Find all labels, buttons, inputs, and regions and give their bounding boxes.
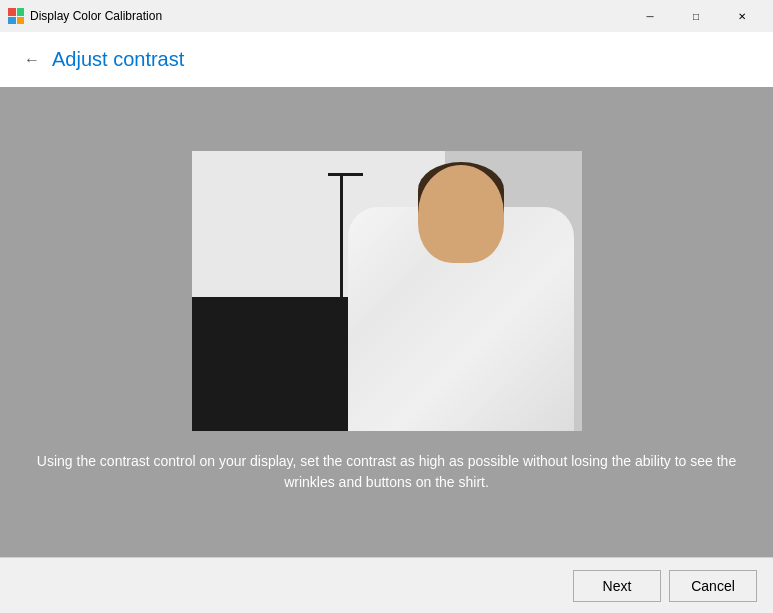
black-panel: [192, 297, 371, 431]
main-content: Using the contrast control on your displ…: [0, 87, 773, 557]
maximize-icon: [693, 11, 699, 22]
titlebar: Display Color Calibration: [0, 0, 773, 32]
next-button[interactable]: Next: [573, 570, 661, 602]
back-button[interactable]: ←: [24, 51, 40, 69]
pole-top: [328, 173, 363, 176]
app-icon-q3: [8, 17, 16, 25]
pole: [340, 173, 343, 383]
maximize-button[interactable]: [673, 0, 719, 32]
instruction-text: Using the contrast control on your displ…: [20, 451, 753, 493]
minimize-icon: [646, 11, 653, 22]
app-icon: [8, 8, 24, 24]
head: [418, 165, 504, 263]
footer: Next Cancel: [0, 557, 773, 613]
app-icon-q2: [17, 8, 25, 16]
close-button[interactable]: [719, 0, 765, 32]
header: ← Adjust contrast: [0, 32, 773, 87]
contrast-illustration: [192, 151, 582, 431]
close-icon: [738, 11, 746, 22]
titlebar-controls: [627, 0, 765, 32]
minimize-button[interactable]: [627, 0, 673, 32]
page-title: Adjust contrast: [52, 48, 184, 71]
app-icon-q1: [8, 8, 16, 16]
app-icon-q4: [17, 17, 25, 25]
cancel-button[interactable]: Cancel: [669, 570, 757, 602]
window-title: Display Color Calibration: [30, 9, 162, 23]
titlebar-left: Display Color Calibration: [8, 8, 162, 24]
contrast-image: [192, 151, 582, 431]
